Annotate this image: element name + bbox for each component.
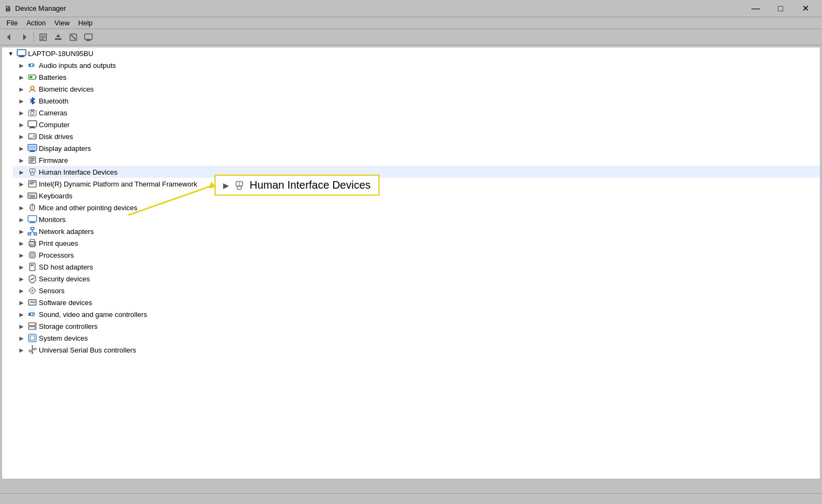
- tree-item-sensors[interactable]: ▶ Sensors: [13, 285, 820, 296]
- tree-item-keyboard[interactable]: ▶ Keyboards: [13, 190, 820, 202]
- network-expander[interactable]: ▶: [17, 227, 26, 236]
- tree-item-sound[interactable]: ▶ Sound, video and game controllers: [13, 308, 820, 320]
- software-expander[interactable]: ▶: [17, 298, 26, 307]
- root-expander[interactable]: ▼: [6, 49, 15, 58]
- tree-item-computer[interactable]: ▶ Computer: [13, 119, 820, 130]
- maximize-button[interactable]: □: [768, 0, 793, 17]
- tree-item-software[interactable]: ▶ Software devices: [13, 296, 820, 308]
- svg-rect-81: [31, 264, 32, 266]
- tree-item-storage[interactable]: ▶ Storage controllers: [13, 320, 820, 332]
- tree-item-firmware[interactable]: ▶ Firmware: [13, 154, 820, 166]
- audio-label: Audio inputs and outputs: [39, 61, 116, 70]
- menu-file[interactable]: File: [2, 18, 22, 28]
- hid-label: Human Interface Devices: [39, 168, 118, 176]
- svg-rect-24: [28, 121, 37, 127]
- svg-rect-96: [30, 336, 34, 340]
- tree-item-display[interactable]: ▶ Display adapters: [13, 142, 820, 154]
- tree-item-bluetooth[interactable]: ▶ Bluetooth: [13, 95, 820, 107]
- svg-rect-33: [29, 146, 36, 149]
- sensors-label: Sensors: [39, 287, 65, 295]
- tree-item-batteries[interactable]: ▶ Batteries: [13, 71, 820, 83]
- menu-help[interactable]: Help: [74, 18, 97, 28]
- svg-point-93: [34, 324, 36, 325]
- batteries-expander[interactable]: ▶: [17, 73, 26, 81]
- network-icon: [27, 226, 37, 236]
- app-icon: 🖥: [4, 4, 12, 13]
- storage-icon: [27, 321, 37, 331]
- svg-rect-43: [30, 183, 33, 184]
- hid-expander[interactable]: ▶: [17, 168, 26, 176]
- tree-root[interactable]: ▼ LAPTOP-18UN95BU: [2, 47, 820, 59]
- print-expander[interactable]: ▶: [17, 239, 26, 247]
- audio-expander[interactable]: ▶: [17, 61, 26, 70]
- security-expander[interactable]: ▶: [17, 274, 26, 283]
- biometric-expander[interactable]: ▶: [17, 85, 26, 93]
- status-bar: [0, 493, 822, 504]
- print-icon: [27, 238, 37, 248]
- firmware-expander[interactable]: ▶: [17, 156, 26, 164]
- svg-rect-39: [31, 172, 34, 175]
- computer-item-icon: [27, 120, 37, 129]
- tree-item-disk[interactable]: ▶ Disk drives: [13, 130, 820, 142]
- svg-rect-82: [32, 264, 33, 266]
- svg-rect-55: [29, 223, 36, 223]
- menu-action[interactable]: Action: [22, 18, 50, 28]
- mice-label: Mice and other pointing devices: [39, 204, 137, 212]
- tree-item-monitors[interactable]: ▶ Monitors: [13, 213, 820, 225]
- intel-expander[interactable]: ▶: [17, 179, 26, 188]
- tree-item-security[interactable]: ▶ Security devices: [13, 273, 820, 285]
- back-button[interactable]: [2, 31, 16, 44]
- title-bar-controls: — □ ✕: [743, 0, 818, 17]
- child-items: ▶ Audio inputs and outputs ▶: [2, 59, 820, 356]
- software-label: Software devices: [39, 299, 92, 307]
- minimize-button[interactable]: —: [743, 0, 768, 17]
- main-content: ▼ LAPTOP-18UN95BU ▶: [0, 45, 822, 493]
- update-driver-button[interactable]: [51, 31, 65, 44]
- keyboard-expander[interactable]: ▶: [17, 191, 26, 200]
- svg-rect-58: [34, 233, 37, 235]
- tree-item-hid[interactable]: ▶ Human Interface Devices: [13, 166, 820, 178]
- tree-item-biometric[interactable]: ▶ Biometric devices: [13, 83, 820, 95]
- display-expander[interactable]: ▶: [17, 144, 26, 153]
- display-icon: [27, 143, 37, 153]
- monitors-expander[interactable]: ▶: [17, 215, 26, 224]
- svg-point-103: [32, 353, 33, 354]
- batteries-icon: [27, 72, 37, 82]
- storage-expander[interactable]: ▶: [17, 322, 26, 330]
- forward-button[interactable]: [17, 31, 31, 44]
- usb-expander[interactable]: ▶: [17, 346, 26, 354]
- svg-rect-53: [28, 216, 37, 222]
- cameras-expander[interactable]: ▶: [17, 108, 26, 117]
- keyboard-label: Keyboards: [39, 192, 72, 200]
- mice-expander[interactable]: ▶: [17, 203, 26, 212]
- disable-device-button[interactable]: [66, 31, 80, 44]
- sound-expander[interactable]: ▶: [17, 310, 26, 319]
- svg-rect-49: [30, 196, 35, 197]
- tree-item-intel[interactable]: ▶ Intel(R) Dynamic Platform and Thermal …: [13, 178, 820, 190]
- sensors-expander[interactable]: ▶: [17, 286, 26, 295]
- tree-item-audio[interactable]: ▶ Audio inputs and outputs: [13, 59, 820, 71]
- sd-expander[interactable]: ▶: [17, 263, 26, 271]
- svg-marker-0: [7, 34, 10, 40]
- tree-item-network[interactable]: ▶ Network adapters: [13, 225, 820, 237]
- tree-item-processors[interactable]: ▶: [13, 249, 820, 261]
- computer-expander[interactable]: ▶: [17, 120, 26, 129]
- tree-item-print[interactable]: ▶ Print queues: [13, 237, 820, 249]
- processors-expander[interactable]: ▶: [17, 251, 26, 259]
- disk-expander[interactable]: ▶: [17, 132, 26, 141]
- firmware-label: Firmware: [39, 156, 68, 164]
- sensor-icon: [27, 286, 37, 295]
- tree-item-usb[interactable]: ▶ Universal Serial Bus controllers: [13, 344, 820, 356]
- bluetooth-expander[interactable]: ▶: [17, 96, 26, 105]
- tree-item-system[interactable]: ▶ System devices: [13, 332, 820, 344]
- menu-view[interactable]: View: [50, 18, 74, 28]
- display-button[interactable]: [81, 31, 95, 44]
- properties-button[interactable]: [36, 31, 50, 44]
- tree-item-sd[interactable]: ▶ SD host adapters: [13, 261, 820, 273]
- svg-rect-19: [30, 76, 32, 78]
- system-expander[interactable]: ▶: [17, 334, 26, 342]
- tree-item-mice[interactable]: ▶ Mice and other pointing devices: [13, 202, 820, 213]
- tree-item-cameras[interactable]: ▶ Cameras: [13, 107, 820, 119]
- close-button[interactable]: ✕: [793, 0, 818, 17]
- svg-rect-67: [31, 253, 34, 257]
